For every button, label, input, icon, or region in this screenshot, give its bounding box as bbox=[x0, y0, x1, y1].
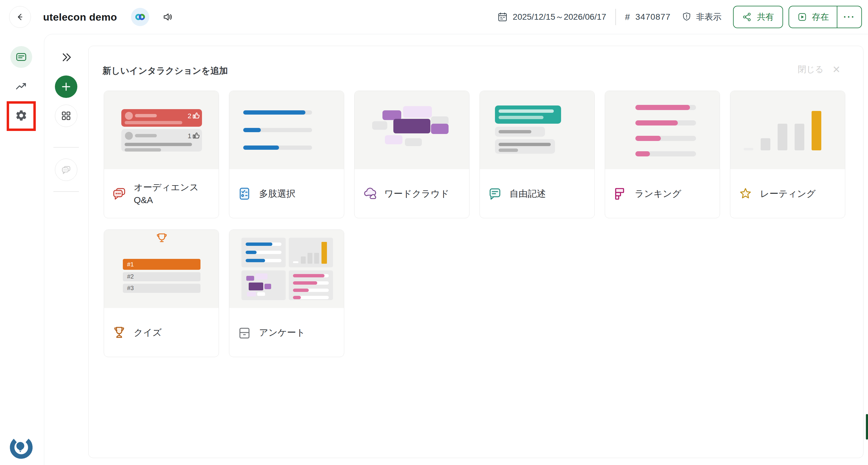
speaker-icon bbox=[162, 11, 174, 23]
visibility-toggle[interactable]: 非表示 bbox=[681, 11, 721, 23]
calendar-icon bbox=[497, 11, 508, 23]
qa-chat-rail-button[interactable] bbox=[55, 159, 78, 181]
card-thumbnail-quiz: #1 #2 #3 bbox=[104, 230, 219, 308]
rail-divider bbox=[53, 147, 79, 147]
card-label-row: ワードクラウド bbox=[354, 169, 469, 218]
card-thumbnail-multiple-choice bbox=[229, 91, 344, 169]
collapse-rail-button[interactable] bbox=[55, 46, 78, 68]
card-survey[interactable]: アンケート bbox=[229, 229, 344, 357]
gear-icon bbox=[15, 109, 28, 122]
sidebar-item-settings[interactable] bbox=[10, 105, 32, 126]
left-sidebar: ? bbox=[0, 34, 44, 465]
card-label: クイズ bbox=[134, 326, 162, 339]
scrollbar-thumb[interactable] bbox=[866, 414, 868, 439]
back-arrow-icon bbox=[14, 11, 26, 23]
templates-grid-button[interactable] bbox=[55, 105, 78, 127]
card-thumbnail-survey bbox=[229, 230, 344, 308]
card-label: レーティング bbox=[760, 187, 816, 200]
card-label: 自由記述 bbox=[509, 187, 546, 200]
sidebar-item-analytics[interactable] bbox=[10, 75, 32, 97]
webex-icon bbox=[134, 11, 147, 23]
card-label-row: アンケート bbox=[229, 308, 344, 357]
hash-symbol: # bbox=[625, 12, 630, 22]
svg-text:#2: #2 bbox=[127, 273, 134, 280]
back-button[interactable] bbox=[9, 6, 31, 28]
svg-text:2: 2 bbox=[188, 112, 191, 120]
card-label-row: 自由記述 bbox=[480, 169, 594, 218]
svg-text:#3: #3 bbox=[127, 285, 134, 291]
dialog-heading: 新しいインタラクションを追加 bbox=[102, 65, 228, 77]
star-icon bbox=[738, 187, 753, 201]
share-label: 共有 bbox=[757, 11, 774, 23]
chevrons-right-icon bbox=[60, 51, 72, 64]
lightbulb-ring-logo bbox=[7, 432, 36, 461]
card-label-row: 多肢選択 bbox=[229, 169, 344, 218]
card-thumbnail-open-text bbox=[480, 91, 594, 169]
survey-icon bbox=[237, 325, 252, 340]
share-button[interactable]: 共有 bbox=[733, 6, 783, 28]
more-options-button[interactable]: ··· bbox=[837, 6, 861, 28]
card-ranking[interactable]: ランキング bbox=[605, 91, 720, 218]
card-thumbnail-rating bbox=[730, 91, 845, 169]
main-panel: 新しいインタラクションを追加 閉じる × 2 1 オーディエンス Q&A 多肢選… bbox=[44, 34, 868, 465]
add-interaction-button[interactable] bbox=[55, 75, 78, 98]
card-thumbnail-ranking bbox=[605, 91, 720, 169]
chat-icon bbox=[60, 164, 72, 176]
checklist-icon bbox=[237, 187, 252, 201]
lightbulb-icon bbox=[7, 432, 36, 461]
card-label: オーディエンス Q&A bbox=[134, 181, 211, 206]
svg-text:1: 1 bbox=[188, 132, 191, 140]
card-label: 多肢選択 bbox=[259, 187, 296, 200]
trend-icon bbox=[14, 80, 28, 93]
card-rating[interactable]: レーティング bbox=[730, 91, 845, 218]
card-audience-qa[interactable]: 2 1 オーディエンス Q&A bbox=[104, 91, 219, 218]
open-text-icon bbox=[488, 187, 502, 201]
ranking-icon bbox=[613, 187, 627, 201]
announcement-button[interactable] bbox=[162, 11, 174, 23]
sidebar-item-interactions[interactable] bbox=[10, 46, 32, 68]
card-label: ランキング bbox=[635, 187, 681, 200]
present-panel-icon bbox=[15, 51, 28, 63]
present-button[interactable]: 存在 bbox=[789, 6, 837, 28]
trophy-icon bbox=[112, 325, 126, 340]
close-label: 閉じる bbox=[798, 64, 824, 75]
shield-icon bbox=[681, 12, 692, 22]
svg-text:#1: #1 bbox=[127, 261, 134, 268]
card-label: アンケート bbox=[259, 326, 305, 339]
card-quiz[interactable]: #1 #2 #3クイズ bbox=[104, 229, 219, 357]
meta-divider bbox=[615, 9, 616, 25]
present-split-button: 存在 ··· bbox=[788, 6, 862, 28]
event-code: 3470877 bbox=[636, 12, 671, 22]
close-dialog-button[interactable]: 閉じる × bbox=[798, 63, 840, 76]
interaction-type-grid: 2 1 オーディエンス Q&A 多肢選択 ワードクラウド 自由記述 ランキング bbox=[104, 91, 845, 357]
visibility-label: 非表示 bbox=[696, 11, 721, 23]
qa-chat-icon bbox=[112, 187, 126, 201]
card-word-cloud[interactable]: ワードクラウド bbox=[354, 91, 469, 218]
card-thumbnail-audience-qa: 2 1 bbox=[104, 91, 219, 169]
card-open-text[interactable]: 自由記述 bbox=[479, 91, 595, 218]
grid-icon bbox=[60, 110, 72, 122]
top-header: utelecon demo 2025/12/15～2026/06/17 # 34… bbox=[0, 0, 868, 34]
add-interaction-dialog: 新しいインタラクションを追加 閉じる × 2 1 オーディエンス Q&A 多肢選… bbox=[88, 46, 863, 458]
cloud-icon bbox=[363, 187, 377, 201]
event-meta: 2025/12/15～2026/06/17 # 3470877 非表示 bbox=[497, 9, 721, 25]
webex-logo bbox=[131, 8, 149, 26]
present-label: 存在 bbox=[812, 11, 829, 23]
card-label-row: ランキング bbox=[605, 169, 720, 218]
event-date-range: 2025/12/15～2026/06/17 bbox=[513, 11, 606, 23]
play-square-icon bbox=[797, 12, 807, 22]
card-thumbnail-word-cloud bbox=[354, 91, 469, 169]
card-multiple-choice[interactable]: 多肢選択 bbox=[229, 91, 344, 218]
page-title: utelecon demo bbox=[43, 11, 117, 23]
close-icon: × bbox=[833, 63, 840, 76]
ellipsis-icon: ··· bbox=[843, 12, 855, 22]
card-label-row: クイズ bbox=[104, 308, 219, 357]
card-label-row: レーティング bbox=[730, 169, 845, 218]
rail-divider bbox=[53, 191, 79, 192]
card-label-row: オーディエンス Q&A bbox=[104, 169, 219, 218]
share-icon bbox=[742, 12, 752, 22]
plus-icon bbox=[59, 80, 73, 93]
card-label: ワードクラウド bbox=[384, 187, 449, 200]
